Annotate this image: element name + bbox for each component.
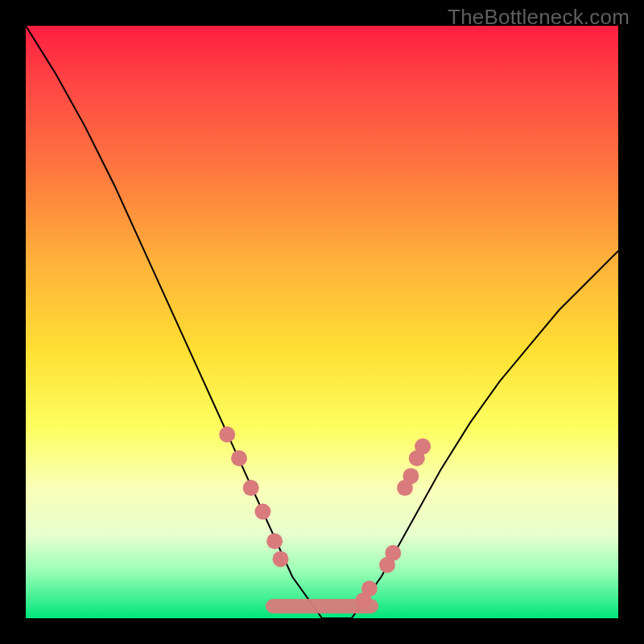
data-markers (219, 427, 431, 609)
marker-left-low-2 (273, 551, 289, 567)
gradient-plot-area (26, 26, 618, 618)
bottleneck-curve (26, 26, 618, 618)
marker-left-mid-1 (243, 480, 259, 496)
marker-left-upper-1 (219, 427, 235, 443)
marker-right-low-2 (361, 580, 378, 597)
curve-minimum-badge (266, 599, 378, 613)
marker-right-upper-2 (402, 468, 419, 484)
chart-frame: TheBottleneck.com (0, 0, 644, 644)
marker-right-mid-2 (385, 545, 401, 561)
watermark-text: TheBottleneck.com (448, 5, 630, 30)
curve-svg (26, 26, 618, 618)
marker-right-upper-4 (415, 439, 431, 455)
marker-left-low-1 (266, 533, 283, 549)
marker-left-mid-2 (254, 504, 270, 520)
marker-left-upper-2 (231, 450, 247, 466)
